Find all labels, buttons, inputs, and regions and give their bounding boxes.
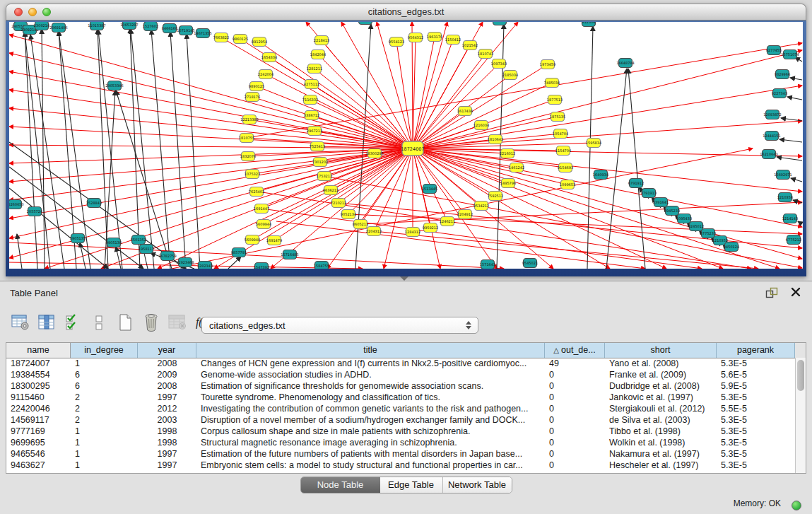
table-cell[interactable]: 0 bbox=[545, 369, 605, 380]
table-row[interactable]: 2242004622012Investigating the contribut… bbox=[6, 403, 795, 414]
delete-table-button[interactable] bbox=[167, 312, 188, 333]
table-cell[interactable]: 2003 bbox=[138, 414, 196, 426]
table-cell[interactable]: 1997 bbox=[138, 392, 196, 403]
table-cell[interactable]: 6 bbox=[71, 380, 138, 392]
table-select-dropdown[interactable]: citations_edges.txt bbox=[201, 317, 478, 334]
table-cell[interactable]: Investigating the contribution of common… bbox=[196, 403, 545, 414]
table-cell[interactable]: 9115460 bbox=[6, 392, 71, 403]
table-cell[interactable]: Estimation of the future numbers of pati… bbox=[196, 448, 545, 460]
table-cell[interactable]: 5.3E-5 bbox=[717, 358, 795, 369]
table-cell[interactable]: 5.3E-5 bbox=[717, 460, 795, 471]
table-cell[interactable]: 9699695 bbox=[6, 437, 71, 448]
table-cell[interactable]: Tibbo et al. (1998) bbox=[605, 426, 717, 437]
table-cell[interactable]: 1 bbox=[71, 448, 138, 460]
table-cell[interactable]: Stergiakouli et al. (2012) bbox=[605, 403, 717, 414]
table-row[interactable]: 977716911998Corpus callosum shape and si… bbox=[6, 426, 795, 437]
table-row[interactable]: 946554611997Estimation of the future num… bbox=[6, 448, 795, 460]
table-cell[interactable]: 1997 bbox=[138, 460, 196, 471]
table-cell[interactable]: 0 bbox=[545, 392, 605, 403]
table-cell[interactable]: 0 bbox=[545, 403, 605, 414]
table-cell[interactable]: 1 bbox=[71, 358, 138, 369]
table-cell[interactable]: 9777169 bbox=[6, 426, 71, 437]
tab-network-table[interactable]: Network Table bbox=[442, 477, 512, 493]
table-cell[interactable]: Yano et al. (2008) bbox=[605, 358, 717, 369]
table-row[interactable]: 911546021997Tourette syndrome. Phenomeno… bbox=[6, 392, 795, 403]
table-cell[interactable]: 49 bbox=[545, 358, 605, 369]
network-canvas[interactable]: 2405572423092141230921420691406110153871… bbox=[9, 22, 803, 269]
table-cell[interactable]: 9465546 bbox=[6, 448, 71, 460]
table-cell[interactable]: 5.9E-5 bbox=[717, 380, 795, 392]
table-cell[interactable]: 2008 bbox=[138, 380, 196, 392]
table-row[interactable]: 946362711997Embryonic stem cells: a mode… bbox=[6, 460, 795, 471]
table-cell[interactable]: 6 bbox=[71, 369, 138, 380]
table-cell[interactable]: 14569117 bbox=[6, 414, 71, 426]
table-cell[interactable]: Disruption of a novel member of a sodium… bbox=[196, 414, 545, 426]
table-cell[interactable]: 2 bbox=[71, 414, 138, 426]
table-cell[interactable]: Jankovic et al. (1997) bbox=[605, 392, 717, 403]
column-header-title[interactable]: title bbox=[196, 343, 545, 358]
deselect-rows-button[interactable] bbox=[88, 312, 110, 333]
table-cell[interactable]: Hescheler et al. (1997) bbox=[605, 460, 717, 471]
float-panel-button[interactable] bbox=[765, 287, 778, 298]
table-cell[interactable]: Corpus callosum shape and size in male p… bbox=[196, 426, 545, 437]
table-cell[interactable]: 22420046 bbox=[6, 403, 71, 414]
table-cell[interactable]: 2009 bbox=[138, 369, 196, 380]
table-cell[interactable]: 0 bbox=[545, 437, 605, 448]
column-header-year[interactable]: year bbox=[138, 343, 196, 358]
delete-column-button[interactable] bbox=[141, 312, 162, 333]
table-cell[interactable]: 1 bbox=[71, 426, 138, 437]
table-cell[interactable]: 0 bbox=[545, 460, 605, 471]
column-header-short[interactable]: short bbox=[605, 343, 717, 358]
table-cell[interactable]: 18300295 bbox=[6, 380, 71, 392]
table-cell[interactable]: Dudbridge et al. (2008) bbox=[605, 380, 717, 392]
column-header-out_de[interactable]: △out_de... bbox=[545, 343, 605, 358]
table-cell[interactable]: 0 bbox=[545, 426, 605, 437]
table-cell[interactable]: Nakamura et al. (1997) bbox=[605, 448, 717, 460]
table-cell[interactable]: 2 bbox=[71, 392, 138, 403]
table-cell[interactable]: 9463627 bbox=[6, 460, 71, 471]
table-row[interactable]: 1938455462009Genome-wide association stu… bbox=[6, 369, 795, 380]
select-rows-button[interactable] bbox=[62, 312, 83, 333]
column-header-in_degree[interactable]: in_degree bbox=[71, 343, 138, 358]
window-titlebar[interactable]: citations_edges.txt bbox=[6, 4, 806, 21]
table-cell[interactable]: 1997 bbox=[138, 448, 196, 460]
table-cell[interactable]: 1 bbox=[71, 460, 138, 471]
tab-edge-table[interactable]: Edge Table bbox=[380, 477, 442, 493]
table-row[interactable]: 1872400712008Changes of HCN gene express… bbox=[6, 358, 795, 369]
table-row[interactable]: 969969511998Structural magnetic resonanc… bbox=[6, 437, 795, 448]
table-cell[interactable]: Structural magnetic resonance image aver… bbox=[196, 437, 545, 448]
table-cell[interactable]: 0 bbox=[545, 414, 605, 426]
table-cell[interactable]: Franke et al. (2009) bbox=[605, 369, 717, 380]
table-settings-button[interactable] bbox=[10, 312, 31, 333]
table-cell[interactable]: 5.3E-5 bbox=[717, 437, 795, 448]
column-visibility-button[interactable] bbox=[36, 312, 57, 333]
table-cell[interactable]: 0 bbox=[545, 448, 605, 460]
table-cell[interactable]: 2012 bbox=[138, 403, 196, 414]
table-cell[interactable]: 5.3E-5 bbox=[717, 426, 795, 437]
tab-node-table[interactable]: Node Table bbox=[301, 477, 380, 493]
table-vertical-scrollbar[interactable] bbox=[795, 358, 806, 473]
table-cell[interactable]: 5.3E-5 bbox=[717, 448, 795, 460]
table-cell[interactable]: 5.6E-5 bbox=[717, 369, 795, 380]
close-panel-button[interactable] bbox=[789, 287, 802, 298]
table-cell[interactable]: 5.3E-5 bbox=[717, 414, 795, 426]
table-cell[interactable]: 19384554 bbox=[6, 369, 71, 380]
table-cell[interactable]: 5.3E-5 bbox=[717, 392, 795, 403]
table-cell[interactable]: 2008 bbox=[138, 358, 196, 369]
table-cell[interactable]: 0 bbox=[545, 380, 605, 392]
table-cell[interactable]: Genome-wide association studies in ADHD. bbox=[196, 369, 545, 380]
table-cell[interactable]: 5.5E-5 bbox=[717, 403, 795, 414]
table-cell[interactable]: 18724007 bbox=[6, 358, 71, 369]
table-cell[interactable]: Changes of HCN gene expression and I(f) … bbox=[196, 358, 545, 369]
table-cell[interactable]: 1998 bbox=[138, 426, 196, 437]
table-cell[interactable]: Estimation of significance thresholds fo… bbox=[196, 380, 545, 392]
table-row[interactable]: 1830029562008Estimation of significance … bbox=[6, 380, 795, 392]
table-cell[interactable]: Wolkin et al. (1998) bbox=[605, 437, 717, 448]
table-row[interactable]: 1456911722003Disruption of a novel membe… bbox=[6, 414, 795, 426]
table-cell[interactable]: 1 bbox=[71, 437, 138, 448]
table-cell[interactable]: Embryonic stem cells: a model to study s… bbox=[196, 460, 545, 471]
memory-status-indicator[interactable] bbox=[792, 501, 801, 510]
table-cell[interactable]: 1998 bbox=[138, 437, 196, 448]
new-column-button[interactable] bbox=[114, 312, 136, 333]
column-header-pagerank[interactable]: pagerank bbox=[717, 343, 795, 358]
